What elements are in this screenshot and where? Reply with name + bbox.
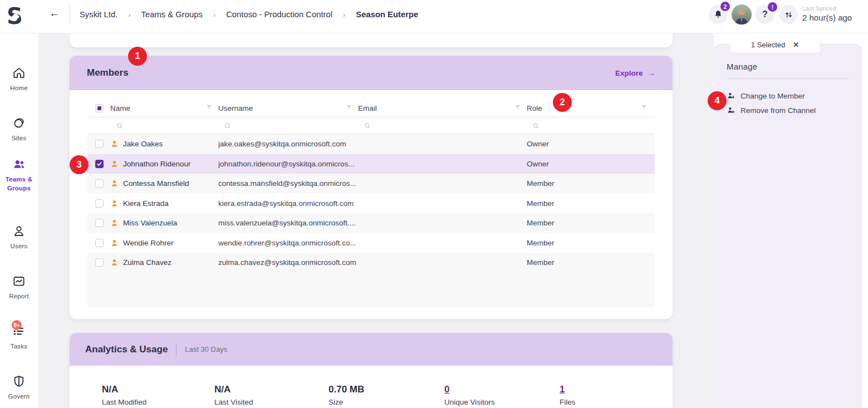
sites-icon bbox=[12, 116, 26, 130]
manage-actions: Change to MemberRemove from Channel bbox=[727, 91, 849, 115]
table-row[interactable]: Johnathon Ridenourjohnathon.ridenour@sys… bbox=[87, 154, 655, 174]
explore-link[interactable]: Explore → bbox=[615, 69, 655, 77]
table-search-row bbox=[87, 117, 655, 134]
last-synced-label: Last Synced: bbox=[802, 5, 852, 13]
sidebar-item-sites[interactable]: Sites bbox=[0, 116, 38, 143]
column-header-role[interactable]: Role bbox=[527, 99, 653, 117]
stat-label: Last Visited bbox=[214, 398, 328, 406]
syskit-logo-icon: S bbox=[6, 3, 28, 30]
stat-value: N/A bbox=[102, 384, 214, 395]
annotation-badge-2: 2 bbox=[553, 93, 572, 112]
sidebar-item-home[interactable]: Home bbox=[0, 66, 38, 93]
member-name: Contessa Mansfield bbox=[123, 179, 189, 188]
breadcrumb-item[interactable]: Syskit Ltd. bbox=[80, 10, 117, 19]
sidebar-item-tasks[interactable]: 9+Tasks bbox=[0, 324, 38, 351]
sidebar: HomeSitesTeams & GroupsUsersReport9+Task… bbox=[0, 33, 38, 408]
topbar: S ← Syskit Ltd.›Teams & Groups›Contoso -… bbox=[0, 0, 868, 33]
member-name: Zulma Chavez bbox=[123, 258, 171, 267]
last-synced-value: 2 hour(s) ago bbox=[802, 13, 852, 23]
close-icon[interactable]: ✕ bbox=[793, 41, 799, 49]
search-icon bbox=[532, 122, 540, 130]
search-role-input[interactable] bbox=[527, 117, 653, 134]
stat-value[interactable]: 0 bbox=[444, 384, 560, 395]
table-row[interactable]: Kiera Estradakiera.estrada@syskitqa.onmi… bbox=[87, 194, 655, 214]
search-icon bbox=[364, 122, 371, 130]
sync-button[interactable] bbox=[779, 5, 798, 24]
row-checkbox[interactable] bbox=[95, 140, 104, 148]
member-name: Kiera Estrada bbox=[123, 199, 169, 208]
members-table: Name Username Email bbox=[87, 99, 655, 307]
sidebar-item-label: Govern bbox=[2, 392, 36, 401]
member-role: Member bbox=[527, 239, 653, 247]
stat-last-modified: N/ALast Modified bbox=[102, 384, 214, 406]
back-button[interactable]: ← bbox=[49, 7, 60, 19]
sidebar-item-teams-groups[interactable]: Teams & Groups bbox=[0, 157, 38, 193]
person-demote-icon bbox=[727, 91, 736, 101]
arrow-right-icon: → bbox=[648, 69, 656, 77]
sidebar-item-report[interactable]: Report bbox=[0, 274, 38, 301]
filter-icon[interactable] bbox=[345, 104, 352, 112]
table-empty-area bbox=[87, 273, 655, 307]
analytics-period: Last 30 Days bbox=[185, 345, 227, 353]
search-username-input[interactable] bbox=[218, 117, 358, 134]
stat-value[interactable]: 1 bbox=[560, 384, 626, 395]
action-remove-from-channel[interactable]: Remove from Channel bbox=[727, 106, 849, 115]
analytics-title: Analytics & Usage bbox=[85, 344, 168, 355]
filter-icon[interactable] bbox=[514, 104, 521, 112]
member-username: contessa.mansfield@syskitqa.onmicros... bbox=[218, 179, 358, 188]
chevron-right-icon: › bbox=[213, 11, 215, 19]
breadcrumb-item: Season Euterpe bbox=[356, 10, 418, 19]
table-row[interactable]: Zulma Chavezzulma.chavez@syskitqa.onmicr… bbox=[87, 253, 655, 273]
person-icon bbox=[110, 199, 119, 208]
breadcrumb-item[interactable]: Contoso - Production Control bbox=[226, 10, 332, 19]
table-row[interactable]: Jake Oakesjake.oakes@syskitqa.onmicrosof… bbox=[87, 134, 655, 154]
bell-icon bbox=[713, 9, 723, 19]
selection-count-label: 1 Selected bbox=[751, 41, 785, 49]
sidebar-item-govern[interactable]: Govern bbox=[0, 374, 38, 401]
row-checkbox[interactable] bbox=[95, 239, 104, 247]
stat-unique-visitors: 0Unique Visitors bbox=[444, 384, 560, 406]
search-name-input[interactable] bbox=[110, 117, 218, 134]
table-row[interactable]: Miss Valenzuelamiss.valenzuela@syskitqa.… bbox=[87, 213, 655, 233]
member-role: Member bbox=[527, 258, 653, 267]
sidebar-item-label: Sites bbox=[2, 134, 36, 143]
sidebar-item-label: Report bbox=[2, 292, 36, 301]
member-role: Owner bbox=[527, 160, 653, 168]
row-checkbox[interactable] bbox=[95, 160, 104, 168]
person-icon bbox=[110, 179, 119, 188]
member-username: jake.oakes@syskitqa.onmicrosoft.com bbox=[218, 140, 358, 148]
chevron-right-icon: › bbox=[343, 11, 345, 19]
help-alert-badge: ! bbox=[768, 2, 777, 12]
members-title: Members bbox=[87, 67, 129, 78]
stat-value: 0.70 MB bbox=[328, 384, 444, 395]
row-checkbox[interactable] bbox=[95, 258, 104, 267]
row-checkbox[interactable] bbox=[95, 179, 104, 188]
sidebar-item-users[interactable]: Users bbox=[0, 224, 38, 251]
member-username: wendie.rohrer@syskitqa.onmicrosoft.co... bbox=[218, 239, 358, 247]
member-role: Member bbox=[527, 179, 653, 188]
question-mark-icon: ? bbox=[762, 9, 768, 19]
column-header-email[interactable]: Email bbox=[358, 99, 527, 117]
table-row[interactable]: Contessa Mansfieldcontessa.mansfield@sys… bbox=[87, 174, 655, 194]
column-header-username[interactable]: Username bbox=[218, 99, 358, 117]
analytics-stats: N/ALast ModifiedN/ALast Visited0.70 MBSi… bbox=[70, 384, 673, 406]
section-divider bbox=[727, 78, 849, 79]
filter-icon[interactable] bbox=[205, 104, 213, 112]
action-change-to-member[interactable]: Change to Member bbox=[727, 91, 849, 101]
sidebar-item-label: Users bbox=[2, 242, 36, 251]
header-divider bbox=[176, 343, 176, 356]
breadcrumb-item[interactable]: Teams & Groups bbox=[141, 10, 203, 19]
row-checkbox[interactable] bbox=[95, 219, 104, 227]
annotation-badge-1: 1 bbox=[128, 47, 147, 66]
search-email-input[interactable] bbox=[358, 117, 527, 134]
home-icon bbox=[12, 66, 26, 80]
row-checkbox[interactable] bbox=[95, 199, 104, 208]
person-icon bbox=[110, 160, 119, 168]
select-all-checkbox[interactable] bbox=[95, 104, 104, 112]
action-panel: Manage Change to MemberRemove from Chann… bbox=[714, 43, 862, 408]
table-row[interactable]: Wendie Rohrerwendie.rohrer@syskitqa.onmi… bbox=[87, 233, 655, 253]
topbar-divider bbox=[70, 5, 70, 24]
avatar[interactable] bbox=[732, 4, 752, 24]
column-header-name[interactable]: Name bbox=[110, 99, 218, 117]
filter-icon[interactable] bbox=[640, 104, 648, 112]
